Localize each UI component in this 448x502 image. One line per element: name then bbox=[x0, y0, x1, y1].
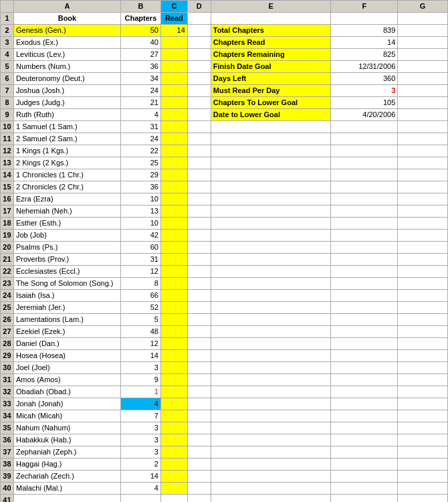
read-count bbox=[160, 85, 187, 97]
stat-label bbox=[211, 218, 331, 230]
chapter-count: 29 bbox=[120, 169, 160, 181]
stat-label bbox=[211, 230, 331, 242]
book-name: Job (Job) bbox=[13, 230, 120, 242]
stat-label bbox=[211, 254, 331, 266]
stat-value bbox=[331, 145, 398, 157]
stat-label bbox=[211, 362, 331, 374]
chapter-count: 3 bbox=[120, 434, 160, 446]
stat-label bbox=[211, 374, 331, 386]
row-num: 35 bbox=[1, 422, 14, 434]
col-d-empty bbox=[187, 386, 211, 398]
stat-value bbox=[331, 205, 398, 218]
chapter-count: 4 bbox=[120, 109, 160, 121]
stat-value bbox=[331, 314, 398, 326]
col-header-e: E bbox=[211, 1, 331, 13]
col-g-empty bbox=[398, 302, 448, 314]
col-d-empty bbox=[187, 314, 211, 326]
stat-label bbox=[211, 242, 331, 254]
book-row: 132 Kings (2 Kgs.)25 bbox=[1, 157, 448, 169]
book-name: 2 Kings (2 Kgs.) bbox=[13, 157, 120, 169]
chapter-count: 27 bbox=[120, 49, 160, 61]
col-header-g: G bbox=[398, 1, 448, 13]
book-name: Amos (Amos) bbox=[13, 374, 120, 386]
stat-label bbox=[211, 471, 331, 483]
book-row: 18Esther (Esth.)10 bbox=[1, 218, 448, 230]
row-num: 38 bbox=[1, 458, 14, 471]
chapter-count: 22 bbox=[120, 145, 160, 157]
stat-label bbox=[211, 314, 331, 326]
stat-value: 14 bbox=[331, 37, 398, 49]
read-count bbox=[160, 483, 187, 495]
row-num: 27 bbox=[1, 326, 14, 338]
stat-label: Chapters Read bbox=[211, 37, 331, 49]
read-count bbox=[160, 290, 187, 302]
book-name: Lamentations (Lam.) bbox=[13, 314, 120, 326]
book-row: 39Zechariah (Zech.)14 bbox=[1, 471, 448, 483]
book-row: 152 Chronicles (2 Chr.)36 bbox=[1, 181, 448, 193]
col-d-empty bbox=[187, 37, 211, 49]
book-row: 24Isaiah (Isa.)66 bbox=[1, 290, 448, 302]
row-num: 36 bbox=[1, 434, 14, 446]
book-row: 7Joshua (Josh.)24Must Read Per Day3 bbox=[1, 85, 448, 97]
book-name: Haggai (Hag.) bbox=[13, 458, 120, 471]
read-count bbox=[160, 410, 187, 422]
book-name: Psalms (Ps.) bbox=[13, 242, 120, 254]
book-row: 8Judges (Judg.)21Chapters To Lower Goal1… bbox=[1, 97, 448, 109]
stat-value bbox=[331, 422, 398, 434]
row-num: 25 bbox=[1, 302, 14, 314]
book-row: 36Habakkuk (Hab.)3 bbox=[1, 434, 448, 446]
chapter-count: 3 bbox=[120, 422, 160, 434]
stat-value bbox=[331, 350, 398, 362]
col-d-empty bbox=[187, 193, 211, 205]
stat-label: Chapters To Lower Goal bbox=[211, 97, 331, 109]
book-name: Malachi (Mal.) bbox=[13, 483, 120, 495]
empty-cell bbox=[398, 495, 448, 503]
book-row: 34Micah (Micah)7 bbox=[1, 410, 448, 422]
read-count bbox=[160, 254, 187, 266]
book-name: Joel (Joel) bbox=[13, 362, 120, 374]
chapter-count: 66 bbox=[120, 290, 160, 302]
book-row: 20Psalms (Ps.)60 bbox=[1, 242, 448, 254]
row-num: 33 bbox=[1, 398, 14, 410]
stat-value: 12/31/2006 bbox=[331, 61, 398, 73]
col-d-empty bbox=[187, 471, 211, 483]
spreadsheet: A B C D E F G 1 Book Chapters Read 2Gene… bbox=[0, 0, 448, 502]
col-g-empty bbox=[398, 242, 448, 254]
chapter-count: 52 bbox=[120, 302, 160, 314]
stat-label: Total Chapters bbox=[211, 25, 331, 37]
book-name: Ruth (Ruth) bbox=[13, 109, 120, 121]
col-g-empty bbox=[398, 266, 448, 278]
stat-value bbox=[331, 398, 398, 410]
book-row: 16Ezra (Ezra)10 bbox=[1, 193, 448, 205]
empty-cell bbox=[331, 495, 398, 503]
book-name: Ecclesiastes (Eccl.) bbox=[13, 266, 120, 278]
stat-label bbox=[211, 422, 331, 434]
stat-value bbox=[331, 410, 398, 422]
book-name: Joshua (Josh.) bbox=[13, 85, 120, 97]
col-d-empty bbox=[187, 145, 211, 157]
col-g-empty bbox=[398, 49, 448, 61]
col-d-empty bbox=[187, 458, 211, 471]
row-num: 11 bbox=[1, 133, 14, 145]
col-d-empty bbox=[187, 266, 211, 278]
chapter-count: 9 bbox=[120, 374, 160, 386]
stat-label bbox=[211, 278, 331, 290]
read-count bbox=[160, 458, 187, 471]
read-count bbox=[160, 73, 187, 85]
stat-label bbox=[211, 193, 331, 205]
stat-value bbox=[331, 362, 398, 374]
chapter-count: 31 bbox=[120, 121, 160, 133]
header-chapters: Chapters bbox=[120, 13, 160, 25]
book-name: Ezra (Ezra) bbox=[13, 193, 120, 205]
read-count bbox=[160, 326, 187, 338]
col-d-empty bbox=[187, 133, 211, 145]
col-d-empty bbox=[187, 85, 211, 97]
book-name: 2 Samuel (2 Sam.) bbox=[13, 133, 120, 145]
col-d-empty bbox=[187, 422, 211, 434]
col-d-empty bbox=[187, 362, 211, 374]
read-count bbox=[160, 362, 187, 374]
row-num-1: 1 bbox=[1, 13, 14, 25]
chapter-count: 12 bbox=[120, 266, 160, 278]
row-num: 29 bbox=[1, 350, 14, 362]
book-row: 9Ruth (Ruth)4Date to Lower Goal4/20/2006 bbox=[1, 109, 448, 121]
